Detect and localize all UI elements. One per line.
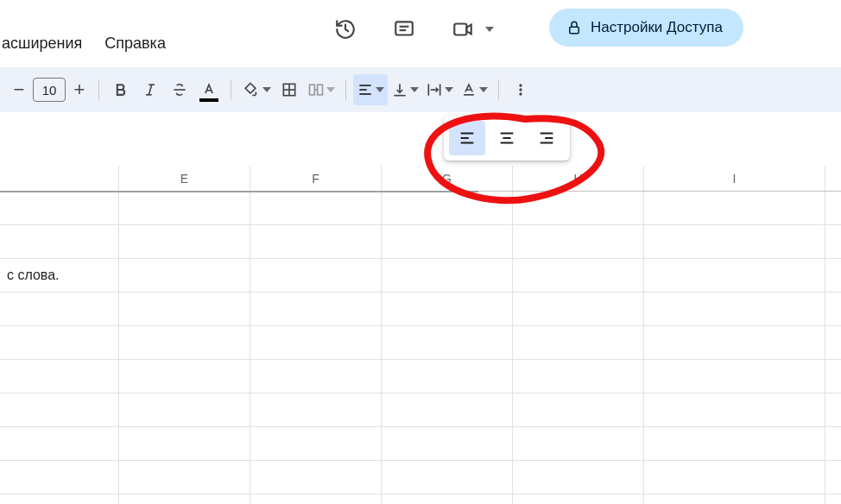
cell[interactable] [644, 495, 825, 504]
cell[interactable] [644, 259, 825, 292]
spreadsheet-grid[interactable]: E F G H I с слова. [0, 166, 841, 504]
cell[interactable] [644, 360, 825, 393]
merge-cells-button[interactable] [304, 74, 338, 105]
cell[interactable] [250, 326, 382, 359]
cell[interactable] [119, 461, 250, 494]
cell[interactable] [513, 495, 644, 504]
cell[interactable] [119, 192, 250, 224]
cell[interactable] [382, 394, 513, 426]
cell[interactable] [644, 326, 825, 359]
align-center-option[interactable] [489, 121, 525, 155]
font-size-increase[interactable]: + [67, 78, 92, 102]
cell[interactable] [644, 394, 825, 426]
cell[interactable] [250, 293, 382, 325]
cell[interactable] [0, 360, 119, 393]
cell[interactable] [250, 495, 382, 504]
cell[interactable] [513, 192, 644, 224]
menu-extensions[interactable]: асширения [0, 31, 84, 56]
share-button[interactable]: Настройки Доступа [549, 9, 743, 47]
more-button[interactable] [506, 74, 535, 105]
grid-rows: с слова. [0, 192, 841, 504]
cell[interactable] [250, 461, 382, 494]
cell[interactable] [0, 427, 119, 460]
cell[interactable] [0, 495, 119, 504]
strikethrough-button[interactable] [165, 74, 194, 105]
horizontal-align-popup [444, 116, 570, 161]
text-rotation-button[interactable] [457, 74, 491, 105]
cell[interactable] [250, 394, 382, 426]
cell[interactable] [513, 326, 644, 359]
font-size-value[interactable]: 10 [33, 78, 66, 102]
cell[interactable] [382, 192, 513, 224]
italic-button[interactable] [136, 74, 165, 105]
cell[interactable] [0, 192, 119, 224]
borders-button[interactable] [275, 74, 304, 105]
svg-rect-14 [310, 85, 315, 95]
cell[interactable] [644, 427, 825, 460]
cell[interactable] [250, 192, 382, 224]
column-header-g[interactable]: G [382, 166, 513, 191]
chevron-down-icon[interactable] [485, 27, 494, 32]
cell[interactable] [119, 427, 250, 460]
cell[interactable] [382, 259, 513, 292]
font-size-decrease[interactable]: − [7, 78, 31, 102]
cell[interactable] [250, 259, 382, 292]
cell[interactable] [0, 394, 119, 426]
cell[interactable] [119, 225, 250, 258]
cell[interactable] [382, 326, 513, 359]
bold-button[interactable] [106, 74, 136, 105]
column-header-h[interactable]: H [513, 166, 644, 191]
cell[interactable] [513, 461, 644, 494]
cell[interactable] [119, 326, 250, 359]
cell[interactable] [119, 360, 250, 393]
text-wrap-button[interactable] [422, 74, 457, 105]
cell[interactable] [513, 225, 644, 258]
cell[interactable] [382, 225, 513, 258]
meet-icon[interactable] [446, 12, 480, 47]
column-header-blank[interactable] [0, 166, 119, 191]
column-header-e[interactable]: E [119, 166, 250, 191]
cell[interactable] [513, 293, 644, 325]
cell[interactable] [513, 427, 644, 460]
horizontal-align-button[interactable] [353, 74, 388, 105]
cell[interactable] [513, 394, 644, 426]
cell[interactable] [382, 427, 513, 460]
column-header-f[interactable]: F [250, 166, 382, 191]
vertical-align-button[interactable] [388, 74, 422, 105]
cell[interactable]: с слова. [0, 259, 119, 292]
column-header-i[interactable]: I [644, 166, 825, 191]
cell[interactable] [250, 225, 382, 258]
cell[interactable] [0, 293, 119, 325]
cell[interactable] [250, 427, 382, 460]
align-right-option[interactable] [528, 121, 565, 155]
cell[interactable] [0, 461, 119, 494]
cell[interactable] [382, 360, 513, 393]
cell[interactable] [119, 293, 250, 325]
cell[interactable] [119, 394, 250, 426]
history-icon[interactable] [328, 12, 363, 47]
cell[interactable] [382, 495, 513, 504]
menu-help[interactable]: Справка [103, 31, 168, 56]
chevron-down-icon [262, 87, 271, 92]
cell[interactable] [513, 360, 644, 393]
align-left-option[interactable] [449, 121, 485, 155]
svg-rect-3 [454, 24, 466, 35]
cell[interactable] [382, 293, 513, 325]
cell[interactable] [644, 225, 825, 258]
cell[interactable] [0, 225, 119, 258]
fill-color-button[interactable] [238, 74, 275, 105]
cell[interactable] [250, 360, 382, 393]
cell[interactable] [644, 192, 825, 224]
comments-icon[interactable] [387, 12, 421, 47]
cell[interactable] [119, 495, 250, 504]
cell[interactable] [0, 326, 119, 359]
chevron-down-icon [445, 87, 453, 92]
cell[interactable] [119, 259, 250, 292]
cell[interactable] [382, 461, 513, 494]
text-color-button[interactable] [194, 74, 224, 105]
cell[interactable] [644, 293, 825, 325]
cell[interactable] [513, 259, 644, 292]
cell[interactable] [644, 461, 825, 494]
chevron-down-icon [376, 87, 384, 92]
separator [231, 79, 231, 100]
